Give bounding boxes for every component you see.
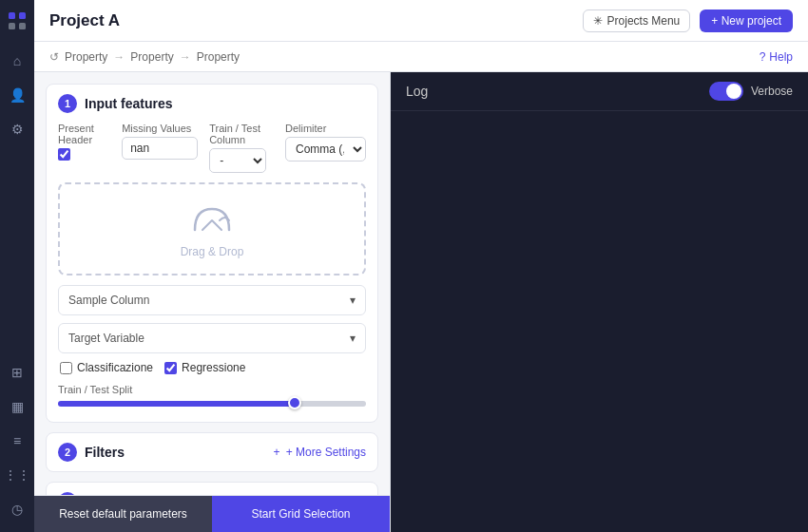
- section-num-1: 1: [58, 94, 77, 113]
- svg-rect-1: [19, 12, 26, 19]
- new-project-button[interactable]: + New project: [700, 10, 793, 32]
- sidebar-home-icon[interactable]: ⌂: [2, 46, 32, 76]
- sidebar: ⌂ 👤 ⚙ ⊞ ▦ ≡ ⋮⋮ ◷: [0, 0, 34, 532]
- verbose-toggle-wrap: Verbose: [709, 82, 793, 101]
- log-header: Log Verbose: [391, 72, 808, 111]
- section-num-2: 2: [58, 443, 77, 462]
- reset-button[interactable]: Reset default parameters: [34, 496, 212, 532]
- present-header-checkbox[interactable]: [58, 148, 70, 161]
- chevron-down-icon-2: ▾: [350, 332, 356, 345]
- regressione-label[interactable]: Regressione: [164, 361, 245, 374]
- filters-more-settings[interactable]: + + More Settings: [274, 446, 366, 459]
- topbar: Project A ✳ Projects Menu + New project: [34, 0, 808, 42]
- home-breadcrumb-icon: ↺: [49, 50, 59, 64]
- drag-drop-icon: [185, 200, 239, 239]
- left-panel: 1 Input features Present Header: [34, 72, 391, 532]
- section-grid-selection: 3 Grid Selection + + More Settings: [46, 482, 378, 495]
- breadcrumb-item-2[interactable]: Property: [130, 50, 173, 64]
- sidebar-blocks-icon[interactable]: ▦: [2, 391, 32, 422]
- projects-menu-button[interactable]: ✳ Projects Menu: [583, 10, 691, 32]
- toggle-knob: [726, 84, 741, 99]
- regressione-checkbox[interactable]: [164, 362, 177, 374]
- help-link[interactable]: ? Help: [760, 50, 793, 64]
- log-panel: Log Verbose: [391, 72, 808, 532]
- start-button[interactable]: Start Grid Selection: [212, 496, 390, 532]
- field-present-header: Present Header: [58, 123, 110, 161]
- page-title: Project A: [49, 11, 120, 30]
- sidebar-settings-icon[interactable]: ⚙: [2, 114, 32, 144]
- sidebar-clock-icon[interactable]: ◷: [2, 494, 32, 524]
- left-scroll: 1 Input features Present Header: [34, 72, 390, 495]
- drop-zone[interactable]: Drag & Drop: [58, 182, 366, 276]
- fields-row: Present Header Missing Values Train /: [58, 123, 366, 173]
- svg-rect-3: [19, 23, 26, 29]
- section-title-input-features: 1 Input features: [58, 94, 173, 113]
- train-test-column-select[interactable]: -: [209, 148, 266, 173]
- sidebar-user-icon[interactable]: 👤: [2, 80, 32, 110]
- log-body: [391, 111, 808, 532]
- logo-icon: [4, 8, 30, 34]
- field-missing-values: Missing Values: [122, 123, 198, 160]
- target-variable-dropdown[interactable]: Target Variable ▾: [58, 323, 366, 353]
- delimiter-select[interactable]: Comma (,) Semicolon (;) Tab Space: [285, 137, 366, 162]
- field-train-test-column: Train / Test Column -: [209, 123, 274, 173]
- breadcrumb: ↺ Property → Property → Property: [49, 50, 240, 64]
- input-features-body: Present Header Missing Values Train /: [47, 123, 377, 422]
- section-title-filters: 2 Filters: [58, 443, 125, 462]
- slider-track: [58, 401, 366, 407]
- missing-values-input[interactable]: [122, 137, 198, 160]
- section-input-features-header: 1 Input features: [47, 85, 377, 123]
- checkboxes-row: Classificazione Regressione: [58, 361, 366, 374]
- breadcrumb-arrow-2: →: [180, 50, 191, 64]
- field-delimiter: Delimiter Comma (,) Semicolon (;) Tab Sp…: [285, 123, 366, 162]
- sidebar-nodes-icon[interactable]: ⋮⋮: [2, 460, 32, 490]
- asterisk-icon: ✳: [593, 14, 603, 28]
- breadcrumb-arrow-1: →: [113, 50, 125, 64]
- verbose-toggle[interactable]: [709, 82, 743, 101]
- left-footer: Reset default parameters Start Grid Sele…: [34, 495, 390, 532]
- train-test-split-slider[interactable]: [58, 396, 366, 409]
- svg-rect-0: [9, 12, 15, 19]
- svg-rect-2: [9, 23, 15, 29]
- drop-zone-label: Drag & Drop: [181, 245, 244, 258]
- sidebar-stack-icon[interactable]: ≡: [2, 426, 32, 456]
- plus-icon: +: [274, 446, 280, 459]
- section-input-features: 1 Input features Present Header: [46, 84, 378, 423]
- sample-column-dropdown[interactable]: Sample Column ▾: [58, 285, 366, 315]
- chevron-down-icon: ▾: [350, 294, 356, 307]
- section-grid-selection-header: 3 Grid Selection + + More Settings: [47, 483, 377, 495]
- content-area: 1 Input features Present Header: [34, 72, 808, 532]
- verbose-label: Verbose: [751, 85, 793, 98]
- classificazione-checkbox[interactable]: [60, 362, 72, 374]
- topbar-actions: ✳ Projects Menu + New project: [583, 10, 793, 32]
- log-title: Log: [406, 84, 428, 99]
- main-area: Project A ✳ Projects Menu + New project …: [34, 0, 808, 532]
- sidebar-layers-icon[interactable]: ⊞: [2, 357, 32, 388]
- section-filters-header: 2 Filters + + More Settings: [47, 433, 377, 471]
- section-filters: 2 Filters + + More Settings: [46, 432, 378, 472]
- breadcrumb-bar: ↺ Property → Property → Property ? Help: [34, 42, 808, 72]
- breadcrumb-item-3[interactable]: Property: [197, 50, 240, 64]
- breadcrumb-item-1[interactable]: Property: [65, 50, 107, 64]
- help-icon: ?: [760, 50, 766, 64]
- slider-section: Train / Test Split: [58, 384, 366, 410]
- classificazione-label[interactable]: Classificazione: [60, 361, 153, 374]
- present-header-checkbox-label[interactable]: [58, 148, 110, 161]
